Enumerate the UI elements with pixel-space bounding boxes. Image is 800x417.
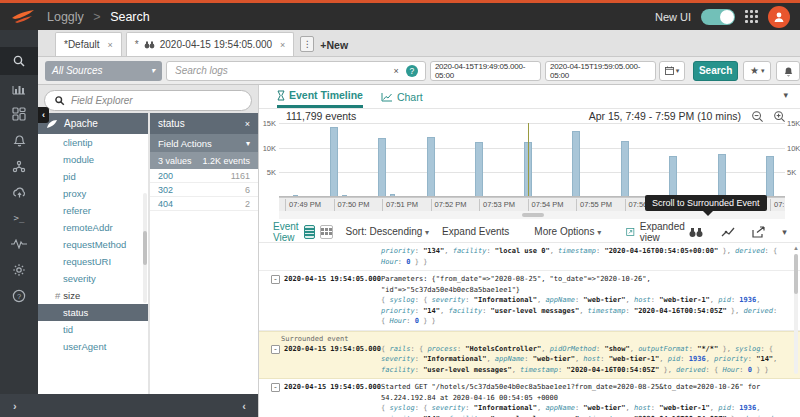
date-picker-button[interactable]: ▾ [659,61,685,81]
tab-menu-button[interactable]: ⋮ [300,36,314,52]
tab-default[interactable]: *Default × [55,32,122,56]
search-button[interactable]: Search [693,61,739,81]
new-tab-button[interactable]: +New [320,39,348,51]
field-item-module[interactable]: module [38,151,148,168]
scrollbar-thumb[interactable] [794,254,798,294]
rail-pulse-item[interactable] [0,231,38,257]
field-actions-dropdown[interactable]: Field Actions ▾ [150,134,258,152]
close-icon[interactable]: × [245,119,250,129]
event-row[interactable]: -2020-04-15 19:54:05.000Parameters: {"fr… [259,271,800,331]
field-item-size[interactable]: #size [38,287,148,304]
expand-events-button[interactable]: Expand Events [442,226,509,237]
timeline-bar-07:52 PM[interactable] [427,137,435,196]
events-count-label: 1.2K events [202,156,250,166]
field-item-status[interactable]: status [38,304,148,321]
collapse-timeline-chevron[interactable]: ▾ [783,90,788,100]
user-avatar[interactable] [768,6,790,28]
save-search-button[interactable]: ★ ▾ [743,61,771,81]
field-list-scrollbar[interactable] [143,193,147,303]
search-help-icon[interactable]: ? [406,65,418,77]
timeline-bar-07:56 PM[interactable] [621,141,629,196]
event-row[interactable]: -2020-04-15 19:54:05.000Started GET "/ho… [259,379,800,417]
tab-event-timeline[interactable]: Event Timeline [277,85,363,108]
rail-live-tail-item[interactable]: >_ [0,205,38,231]
tab-dirty-indicator: * [135,39,139,50]
date-from-input[interactable]: 2020-04-15T19:49:05.000-05:00 [430,61,541,81]
field-item-pid[interactable]: pid [38,168,148,185]
alerts-button[interactable] [776,61,800,81]
log-token: derived [744,307,774,315]
breadcrumb-brand[interactable]: Loggly [47,10,84,24]
event-expand-toggle[interactable]: - [271,275,280,284]
event-expand-toggle[interactable]: - [271,383,280,392]
timeline-bar-07:57 PM[interactable] [669,156,677,196]
rail-help-item[interactable]: ? [0,283,38,309]
timeline-minor-bar[interactable] [293,195,298,197]
date-to-input[interactable]: 2020-04-15T19:59:05.000-05:00 [545,61,656,81]
status-value[interactable]: 404 [158,199,173,209]
log-token: : [415,307,423,315]
sort-dropdown[interactable]: Sort: Descending ▾ [346,226,430,237]
expand-rail-chevron[interactable]: › [13,400,17,412]
clear-search-icon[interactable]: × [394,66,399,76]
timeline-minor-bar[interactable] [390,194,395,196]
log-token: pid [668,355,681,363]
list-view-button[interactable] [304,225,315,239]
rail-source-setup-item[interactable] [0,179,38,205]
field-item-referer[interactable]: referer [38,202,148,219]
zoom-out-icon[interactable] [751,110,764,123]
export-icon[interactable] [752,226,765,238]
tab-close-icon[interactable]: × [280,40,285,50]
grid-view-button[interactable] [320,225,333,239]
field-item-requestMethod[interactable]: requestMethod [38,236,148,253]
field-item-severity[interactable]: severity [38,270,148,287]
trend-icon[interactable] [721,226,735,238]
event-list-scrollbar[interactable]: ▲ [793,245,799,415]
scrollbar-thumb[interactable] [522,213,544,217]
event-row-surrounded[interactable]: Surrounded event-2020-04-15 19:54:05.000… [259,331,800,380]
timeline-bar-07:53 PM[interactable] [475,142,483,196]
surrounded-events-icon[interactable] [688,226,704,238]
field-item-proxy[interactable]: proxy [38,185,148,202]
rail-settings-item[interactable] [0,257,38,283]
timeline-bar-07:59 PM[interactable] [766,156,774,196]
more-options-dropdown[interactable]: More Options ▾ [534,226,601,237]
timeline-bar-07:50 PM[interactable] [330,127,338,196]
timeline-bar-07:55 PM[interactable] [572,131,580,196]
new-ui-toggle[interactable] [701,9,735,25]
search-logs-input[interactable]: Search logs × ? [166,61,426,81]
log-token: } } [752,366,769,374]
rail-search-item[interactable] [0,47,38,75]
tab-close-icon[interactable]: × [108,40,113,50]
tab-chart[interactable]: Chart [381,85,423,108]
expanded-view-toggle[interactable]: Expanded view [626,221,688,243]
rail-dashboards-item[interactable] [0,101,38,127]
event-expand-toggle[interactable]: - [271,345,280,354]
zoom-in-icon[interactable] [773,110,786,123]
field-item-userAgent[interactable]: userAgent [38,338,148,355]
field-item-clientip[interactable]: clientip [38,134,148,151]
tab-saved-search[interactable]: * 2020-04-15 19:54:05.000 × [126,32,295,56]
collapse-panel-chevron[interactable]: ‹ [242,400,246,412]
collapse-sidebar-tab[interactable]: ‹ [38,107,49,123]
timeline-minor-bar[interactable] [342,195,347,197]
event-row[interactable]: -priority: "134", facility: "local use 0… [259,243,800,271]
scroll-up-arrow[interactable]: ▲ [793,245,799,251]
timeline-bar-07:58 PM[interactable] [718,154,726,196]
timeline-bar-07:51 PM[interactable] [378,138,386,196]
log-token: 1936 [689,355,706,363]
field-explorer-search[interactable]: Field Explorer [44,90,252,111]
status-value[interactable]: 200 [158,171,173,181]
status-value[interactable]: 302 [158,185,173,195]
field-item-requestURI[interactable]: requestURI [38,253,148,270]
all-sources-dropdown[interactable]: All Sources ▾ [45,61,162,81]
chevron-down-icon[interactable]: ▾ [782,227,787,237]
rail-charts-item[interactable] [0,75,38,101]
app-grid-icon[interactable] [745,10,758,23]
rail-workflow-item[interactable] [0,153,38,179]
field-item-tid[interactable]: tid [38,321,148,338]
rail-alerts-item[interactable] [0,127,38,153]
status-count: 2 [245,199,250,209]
field-group-header[interactable]: Apache [38,113,148,134]
field-item-remoteAddr[interactable]: remoteAddr [38,219,148,236]
